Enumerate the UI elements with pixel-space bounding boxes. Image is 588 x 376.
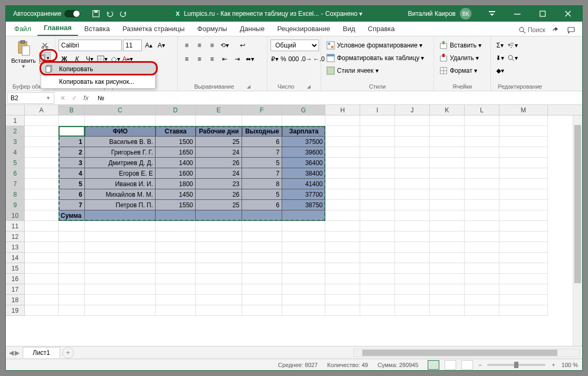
cell-E3[interactable]: 25: [196, 137, 242, 147]
currency-button[interactable]: ₽▾: [271, 53, 279, 65]
cell-D15[interactable]: [156, 263, 196, 274]
cell-A19[interactable]: [25, 305, 59, 316]
wrap-text-button[interactable]: ↩: [237, 40, 248, 51]
zoom-level[interactable]: 100 %: [562, 362, 578, 368]
cell-C13[interactable]: [85, 242, 156, 253]
cell-K2[interactable]: [430, 126, 465, 137]
cell-C8[interactable]: Михайлов М. М.: [85, 189, 156, 200]
cell-F5[interactable]: 5: [242, 158, 282, 168]
zoom-out-button[interactable]: −: [478, 362, 481, 368]
cell-B2[interactable]: №: [59, 126, 85, 137]
cell-L4[interactable]: [465, 147, 499, 158]
cell-L12[interactable]: [465, 232, 499, 242]
save-icon[interactable]: [92, 9, 100, 18]
row-header-7[interactable]: 7: [6, 179, 24, 189]
cell-I9[interactable]: [360, 200, 395, 210]
cell-F2[interactable]: Выходные: [242, 126, 282, 137]
cell-K17[interactable]: [430, 284, 465, 295]
cell-I3[interactable]: [360, 137, 395, 147]
cell-G14[interactable]: [282, 253, 325, 263]
col-header-L[interactable]: L: [465, 105, 499, 115]
col-header-B[interactable]: B: [59, 105, 85, 115]
cell-F8[interactable]: 5: [242, 189, 282, 200]
cell-M12[interactable]: [499, 232, 548, 242]
cell-E7[interactable]: 23: [196, 179, 242, 189]
orientation-button[interactable]: ⟲▾: [219, 40, 230, 51]
cell-L10[interactable]: [465, 210, 499, 221]
cell-B10[interactable]: Сумма: [59, 210, 85, 221]
col-header-K[interactable]: K: [430, 105, 465, 115]
select-all-corner[interactable]: [6, 105, 25, 115]
zoom-in-button[interactable]: ＋: [551, 361, 556, 369]
cell-E2[interactable]: Рабочие дни: [196, 126, 242, 137]
tab-data[interactable]: Данные: [234, 23, 271, 36]
cell-K19[interactable]: [430, 305, 465, 316]
cell-L2[interactable]: [465, 126, 499, 137]
maximize-button[interactable]: [531, 6, 555, 22]
align-middle-button[interactable]: ≡: [194, 40, 205, 51]
cell-B17[interactable]: [59, 284, 85, 295]
cell-J9[interactable]: [395, 200, 430, 210]
cell-F15[interactable]: [242, 263, 282, 274]
cell-D19[interactable]: [156, 305, 196, 316]
cell-J2[interactable]: [395, 126, 430, 137]
cell-D2[interactable]: Ставка: [156, 126, 196, 137]
cell-A1[interactable]: [25, 115, 59, 126]
col-header-M[interactable]: M: [499, 105, 548, 115]
cell-M8[interactable]: [499, 189, 548, 200]
user-name[interactable]: Виталий Каиров: [408, 10, 456, 17]
cell-C16[interactable]: [85, 274, 156, 284]
cell-B5[interactable]: 3: [59, 158, 85, 168]
align-bottom-button[interactable]: ≡: [206, 40, 218, 51]
cell-L16[interactable]: [465, 274, 499, 284]
cell-H11[interactable]: [325, 221, 360, 232]
cell-C5[interactable]: Дмитриев Д. Д.: [85, 158, 156, 168]
cell-C7[interactable]: Иванов И. И.: [85, 179, 156, 189]
cell-B15[interactable]: [59, 263, 85, 274]
align-left-button[interactable]: ≡: [181, 53, 192, 65]
cells-area[interactable]: №ФИОСтавкаРабочие дниВыходныеЗарплата1Ва…: [25, 115, 573, 346]
cell-F4[interactable]: 7: [242, 147, 282, 158]
cell-D4[interactable]: 1650: [156, 147, 196, 158]
cell-J11[interactable]: [395, 221, 430, 232]
decrease-font-button[interactable]: A▾: [156, 40, 167, 51]
col-header-F[interactable]: F: [242, 105, 282, 115]
cell-L15[interactable]: [465, 263, 499, 274]
row-header-9[interactable]: 9: [6, 200, 24, 210]
view-page-layout-button[interactable]: [445, 360, 456, 370]
cell-E13[interactable]: [196, 242, 242, 253]
cell-C18[interactable]: [85, 295, 156, 305]
cell-B6[interactable]: 4: [59, 168, 85, 179]
tab-insert[interactable]: Вставка: [78, 23, 116, 36]
tab-review[interactable]: Рецензирование: [271, 23, 336, 36]
cell-G3[interactable]: 37500: [282, 137, 325, 147]
cell-G4[interactable]: 39600: [282, 147, 325, 158]
cell-K13[interactable]: [430, 242, 465, 253]
cell-E5[interactable]: 26: [196, 158, 242, 168]
cell-K1[interactable]: [430, 115, 465, 126]
cell-A9[interactable]: [25, 200, 59, 210]
align-center-button[interactable]: ≡: [194, 53, 205, 65]
sheet-nav-next[interactable]: ▶: [15, 349, 20, 356]
cell-I2[interactable]: [360, 126, 395, 137]
cell-A18[interactable]: [25, 295, 59, 305]
decrease-indent-button[interactable]: ⇤: [219, 53, 230, 65]
cell-M10[interactable]: [499, 210, 548, 221]
cell-L8[interactable]: [465, 189, 499, 200]
cell-B1[interactable]: [59, 115, 85, 126]
align-right-button[interactable]: ≡: [206, 53, 218, 65]
cell-H15[interactable]: [325, 263, 360, 274]
cell-D17[interactable]: [156, 284, 196, 295]
cell-H18[interactable]: [325, 295, 360, 305]
cell-J13[interactable]: [395, 242, 430, 253]
row-header-16[interactable]: 16: [6, 274, 24, 284]
row-header-1[interactable]: 1: [6, 115, 24, 126]
cell-I8[interactable]: [360, 189, 395, 200]
font-name-select[interactable]: [59, 40, 122, 51]
increase-decimal-button[interactable]: .0→: [301, 53, 312, 65]
cell-E1[interactable]: [196, 115, 242, 126]
share-button[interactable]: [550, 24, 561, 36]
align-top-button[interactable]: ≡: [181, 40, 192, 51]
cell-G9[interactable]: 38750: [282, 200, 325, 210]
cell-D5[interactable]: 1400: [156, 158, 196, 168]
